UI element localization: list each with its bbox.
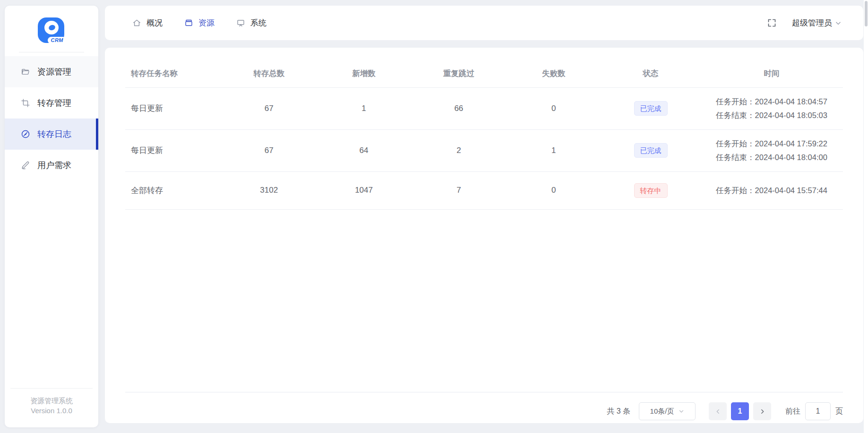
status-badge: 已完成	[634, 101, 668, 116]
cell-task-name: 每日更新	[125, 129, 222, 171]
log-table: 转存任务名称 转存总数 新增数 重复跳过 失败数 状态 时间 每日更新 67 1…	[125, 60, 843, 210]
logo-text: CRM	[48, 37, 66, 44]
page-size-value: 10条/页	[650, 407, 674, 416]
sidebar-menu: 资源管理 转存管理 转存日志	[5, 56, 98, 181]
sidebar-item-label: 用户需求	[37, 160, 71, 171]
logo: CRM	[5, 6, 98, 52]
goto-unit: 页	[835, 407, 843, 416]
goto-label: 前往	[785, 407, 800, 416]
cell-skipped: 2	[411, 129, 506, 171]
sidebar-item-label: 资源管理	[37, 66, 71, 77]
next-page-button[interactable]	[753, 402, 771, 420]
table-row: 全部转存 3102 1047 7 0 转存中 任务开始：2024-04-04 1…	[125, 171, 843, 209]
sidebar-item-transfer-management[interactable]: 转存管理	[5, 87, 98, 119]
col-added: 新增数	[317, 60, 412, 87]
system-name: 资源管理系统	[10, 396, 93, 406]
nav-item-label: 系统	[250, 17, 266, 28]
page-button-1[interactable]: 1	[731, 402, 749, 420]
goto-page-input[interactable]	[805, 402, 831, 420]
compass-icon	[21, 129, 30, 139]
logo-divider	[19, 52, 84, 52]
sidebar-item-label: 转存日志	[37, 128, 71, 140]
topbar-right: 超级管理员	[767, 17, 842, 28]
log-table-wrap: 转存任务名称 转存总数 新增数 重复跳过 失败数 状态 时间 每日更新 67 1…	[125, 60, 843, 392]
nav-item-system[interactable]: 系统	[236, 17, 266, 28]
cell-total: 67	[222, 87, 317, 129]
status-badge: 已完成	[634, 143, 668, 158]
nav-item-overview[interactable]: 概况	[132, 17, 163, 28]
nav-item-resources[interactable]: 资源	[184, 17, 215, 28]
scrollbar-thumb[interactable]	[865, 1, 868, 26]
sidebar-item-label: 转存管理	[37, 97, 71, 109]
archive-icon	[184, 18, 193, 27]
nav-item-label: 概况	[146, 17, 163, 28]
cell-total: 67	[222, 129, 317, 171]
nav-item-label: 资源	[198, 17, 215, 28]
cell-failed: 0	[506, 87, 601, 129]
col-task-name: 转存任务名称	[125, 60, 222, 87]
cell-total: 3102	[222, 171, 317, 209]
cell-time: 任务开始：2024-04-04 15:57:44	[716, 184, 827, 197]
col-status: 状态	[601, 60, 700, 87]
cell-failed: 1	[506, 129, 601, 171]
cell-added: 1	[317, 87, 412, 129]
status-badge: 转存中	[634, 183, 668, 198]
cell-time: 任务开始：2024-04-04 18:04:57 任务结束：2024-04-04…	[716, 95, 827, 122]
home-icon	[132, 18, 141, 27]
pager-buttons: 1	[709, 402, 771, 420]
top-nav: 概况 资源 系统	[132, 17, 266, 28]
cell-failed: 0	[506, 171, 601, 209]
sidebar-item-resource-management[interactable]: 资源管理	[5, 56, 98, 87]
col-failed: 失败数	[506, 60, 601, 87]
chevron-down-icon	[679, 408, 684, 414]
col-skipped: 重复跳过	[411, 60, 506, 87]
cell-task-name: 全部转存	[125, 171, 222, 209]
table-row: 每日更新 67 64 2 1 已完成 任务开始：2024-04-04 17:59…	[125, 129, 843, 171]
page-scrollbar[interactable]	[864, 0, 868, 433]
cell-added: 64	[317, 129, 412, 171]
table-header-row: 转存任务名称 转存总数 新增数 重复跳过 失败数 状态 时间	[125, 60, 843, 87]
monitor-icon	[236, 18, 245, 27]
pagination: 共 3 条 10条/页 1 前往 页	[125, 402, 843, 420]
content-card: 转存任务名称 转存总数 新增数 重复跳过 失败数 状态 时间 每日更新 67 1…	[105, 48, 863, 423]
prev-page-button[interactable]	[709, 402, 727, 420]
col-total: 转存总数	[222, 60, 317, 87]
folder-icon	[21, 67, 30, 76]
pagination-total: 共 3 条	[607, 407, 630, 416]
goto-page: 前往 页	[785, 402, 843, 420]
col-time: 时间	[700, 60, 843, 87]
sidebar-item-user-requests[interactable]: 用户需求	[5, 150, 98, 181]
page-size-select[interactable]: 10条/页	[639, 402, 696, 420]
crop-icon	[21, 98, 30, 108]
edit-icon	[21, 161, 30, 170]
fullscreen-icon[interactable]	[767, 18, 777, 28]
cell-time: 任务开始：2024-04-04 17:59:22 任务结束：2024-04-04…	[716, 137, 827, 164]
table-row: 每日更新 67 1 66 0 已完成 任务开始：2024-04-04 18:04…	[125, 87, 843, 129]
chevron-down-icon	[835, 20, 842, 26]
sidebar-footer: 资源管理系统 Version 1.0.0	[10, 388, 93, 428]
user-menu[interactable]: 超级管理员	[792, 17, 842, 28]
cell-skipped: 7	[411, 171, 506, 209]
sidebar-item-transfer-log[interactable]: 转存日志	[5, 119, 98, 150]
version-text: Version 1.0.0	[10, 406, 93, 416]
sidebar: CRM 资源管理 转存管理	[5, 6, 98, 427]
cell-task-name: 每日更新	[125, 87, 222, 129]
user-name: 超级管理员	[792, 17, 832, 28]
topbar: 概况 资源 系统	[105, 6, 863, 40]
cell-skipped: 66	[411, 87, 506, 129]
cell-added: 1047	[317, 171, 412, 209]
